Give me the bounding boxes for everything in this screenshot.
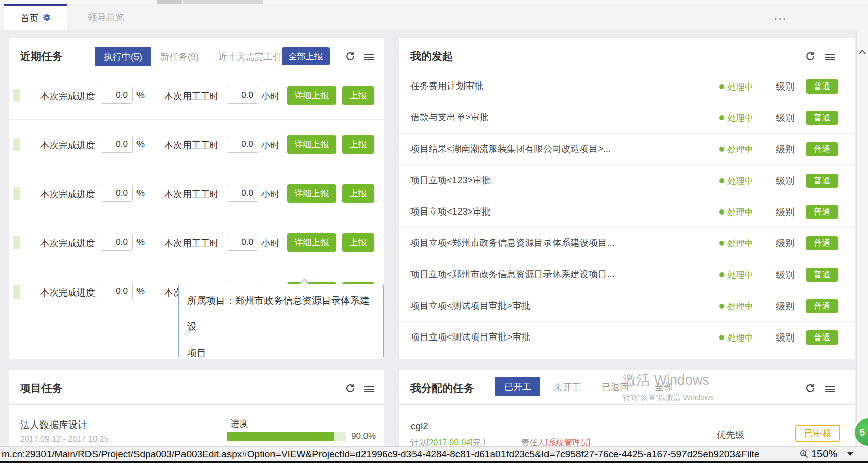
hours-input[interactable] [227, 185, 258, 202]
plan-suffix: 完工 [473, 438, 489, 447]
zoom-caret-icon[interactable] [847, 452, 853, 456]
report-button[interactable]: 上报 [342, 135, 374, 154]
more-menu-icon[interactable]: ⋯ [769, 11, 792, 26]
progress-fill [227, 432, 334, 441]
plan-prefix: 计划 [410, 438, 427, 447]
progress-label: 本次完成进度 [40, 90, 95, 102]
percent-label: % [136, 237, 145, 248]
report-button[interactable]: 上报 [342, 184, 374, 203]
progress-input[interactable] [101, 283, 133, 300]
detail-report-button[interactable]: 详细上报 [287, 135, 336, 154]
level-label: 级别 [776, 175, 794, 187]
refresh-icon[interactable] [345, 383, 355, 393]
gear-icon[interactable] [43, 13, 51, 24]
hours-input[interactable] [227, 136, 258, 153]
refresh-icon[interactable] [345, 51, 355, 61]
status-text: 处理中 [727, 206, 753, 218]
level-label: 级别 [776, 300, 794, 312]
percent-label: % [136, 188, 145, 199]
progress-label: 本次完成进度 [40, 188, 95, 200]
status-dot [719, 304, 724, 309]
hours-label: 本次用工工时 [164, 90, 219, 102]
hours-input[interactable] [227, 87, 258, 104]
priority-label: 优先级 [717, 429, 744, 441]
detail-report-button[interactable]: 详细上报 [287, 233, 336, 252]
detail-report-button[interactable]: 详细上报 [287, 86, 336, 105]
approval-name: 项目立项<郑州市政务信息资源目录体系建设项目... [410, 237, 615, 249]
approval-list-item[interactable]: 任务费用计划审批 处理中 级别 普通 [399, 71, 855, 102]
status-url-text: m.cn:29301/Main/RDS/Project/Sdpa003/Pa00… [2, 449, 759, 460]
report-button[interactable]: 上报 [342, 86, 374, 105]
progress-input[interactable] [101, 87, 133, 104]
tab-home-label: 首页 [21, 12, 39, 24]
approval-list-item[interactable]: 项目立项<郑州市政务信息资源目录体系建设项目... 处理中 级别 普通 [399, 259, 855, 290]
tab-home[interactable]: 首页 [4, 4, 67, 30]
task-report-row: 本次完成进度 % 本次用工工时 小时 详细上报 上报 [9, 120, 384, 169]
status-dot [719, 84, 724, 89]
app-tab-bar: 首页 领导总览 ⋯ [0, 4, 868, 30]
floating-badge-button[interactable]: 5 [853, 417, 868, 447]
approval-list-item[interactable]: 项目立项<郑州市政务信息资源目录体系建设项目... 处理中 级别 普通 [399, 228, 855, 259]
progress-input[interactable] [101, 234, 133, 251]
browser-tab-fragment [157, 0, 182, 4]
approval-list-item[interactable]: 借款与支出单>审批 处理中 级别 普通 [399, 102, 855, 134]
status-text: 处理中 [727, 81, 753, 93]
filter-tab-started[interactable]: 已开工 [495, 377, 540, 396]
filter-tab-due-soon[interactable]: 近十天需完工任 [218, 51, 282, 63]
filter-tab-all[interactable]: 全部 [655, 381, 673, 393]
progress-percent-label: 90.0% [351, 431, 376, 441]
panel-menu-icon[interactable] [825, 385, 835, 395]
vertical-scrollbar[interactable] [856, 30, 868, 461]
level-label: 级别 [776, 80, 794, 93]
refresh-icon[interactable] [805, 51, 815, 61]
report-button[interactable]: 上报 [342, 233, 374, 252]
task-report-row: 本次完成进度 % 本次用工工时 小时 详细上报 上报 [9, 71, 384, 120]
progress-label: 本次完成进度 [40, 237, 95, 249]
filter-tab-not-started[interactable]: 未开工 [554, 381, 581, 393]
percent-label: % [136, 286, 145, 297]
tab-leader-overview[interactable]: 领导总览 [75, 4, 138, 30]
owner-value: [系统管理员] [545, 438, 590, 447]
assigned-task-name[interactable]: cgl2 [410, 420, 428, 432]
approval-list-item[interactable]: 项目立项<测试项目审批>审批 处理中 级别 普通 [399, 322, 855, 353]
panel-menu-icon[interactable] [364, 53, 374, 63]
progress-input[interactable] [101, 136, 133, 153]
assigned-tasks-title: 我分配的任务 [410, 381, 474, 395]
approval-list-item[interactable]: 项目立项<123>审批 处理中 级别 普通 [399, 196, 855, 228]
detail-report-button[interactable]: 详细上报 [287, 184, 336, 203]
panel-menu-icon[interactable] [825, 53, 835, 63]
filter-tab-new-tasks[interactable]: 新任务(9) [160, 51, 199, 63]
progress-label: 本次完成进度 [40, 139, 95, 151]
filter-tab-in-progress[interactable]: 执行中(5) [95, 47, 151, 66]
level-badge: 普通 [806, 79, 838, 94]
approval-list-item[interactable]: 项目立项<123>审批 处理中 级别 普通 [399, 165, 855, 196]
status-text: 处理中 [727, 238, 753, 249]
project-tasks-panel: 项目任务 法人数据库设计 2017.09.12 - 2017.10.25 进度 … [9, 370, 384, 456]
filter-tab-returned[interactable]: 已退回 [602, 381, 629, 393]
hours-unit-label: 小时 [261, 90, 280, 102]
progress-title: 进度 [230, 417, 248, 430]
project-task-name[interactable]: 法人数据库设计 [20, 418, 87, 432]
level-label: 级别 [776, 206, 794, 218]
status-text: 处理中 [727, 332, 753, 344]
refresh-icon[interactable] [805, 383, 815, 393]
status-text: 处理中 [727, 301, 753, 312]
browser-zoom-control[interactable]: 150% [798, 448, 855, 460]
hours-input[interactable] [227, 234, 258, 251]
approval-list-item[interactable]: 项目立项<测试项目审批>审批 处理中 级别 普通 [399, 290, 855, 322]
status-dot [719, 178, 724, 183]
browser-status-bar: m.cn:29301/Main/RDS/Project/Sdpa003/Pa00… [0, 446, 868, 461]
approval-list-item[interactable]: 项目结果<湖南潮流服装集团有限公司改造项目>... 处理中 级别 普通 [399, 134, 855, 165]
my-initiated-panel: 我的发起 任务费用计划审批 处理中 级别 普通 借款与支出单>审批 处理中 级别… [399, 38, 855, 359]
status-text: 处理中 [727, 175, 753, 187]
my-initiated-title: 我的发起 [410, 49, 453, 63]
panel-menu-icon[interactable] [364, 385, 374, 395]
report-all-button[interactable]: 全部上报 [282, 47, 330, 65]
browser-top-strip [0, 0, 868, 4]
level-badge: 普通 [806, 330, 838, 345]
scroll-up-icon[interactable] [859, 50, 866, 54]
approval-name: 项目立项<测试项目审批>审批 [410, 331, 530, 343]
progress-input[interactable] [101, 185, 133, 202]
approval-name: 借款与支出单>审批 [410, 111, 489, 123]
reviewed-badge: 已审核 [795, 425, 840, 442]
